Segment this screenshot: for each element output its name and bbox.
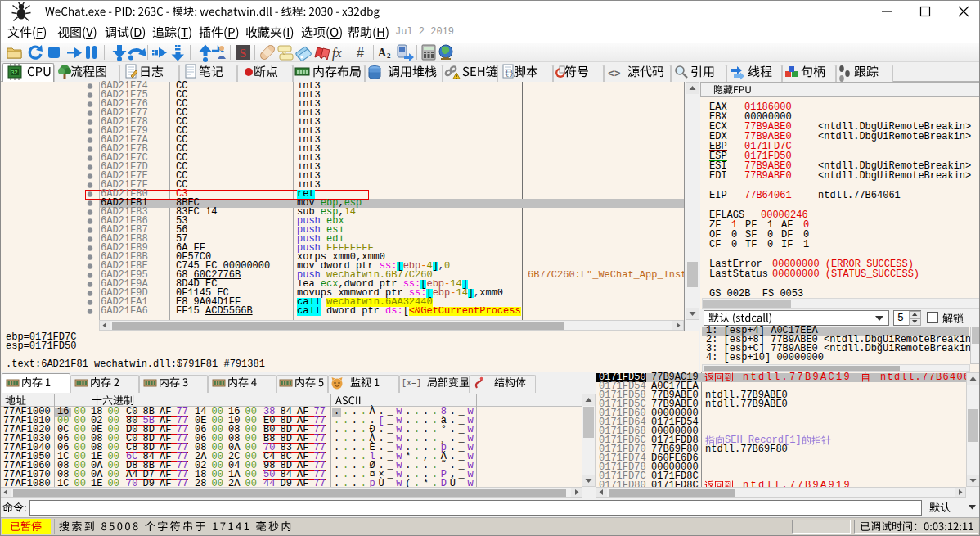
svg-text:A: A — [378, 47, 387, 59]
svg-text:S: S — [240, 47, 246, 60]
svg-text:{}: {} — [505, 70, 514, 78]
svg-text:#: # — [357, 46, 364, 60]
svg-text:32: 32 — [11, 70, 18, 75]
svg-text:2: 2 — [387, 52, 391, 60]
svg-text:fx: fx — [332, 46, 342, 61]
svg-text:<>: <> — [608, 68, 621, 80]
